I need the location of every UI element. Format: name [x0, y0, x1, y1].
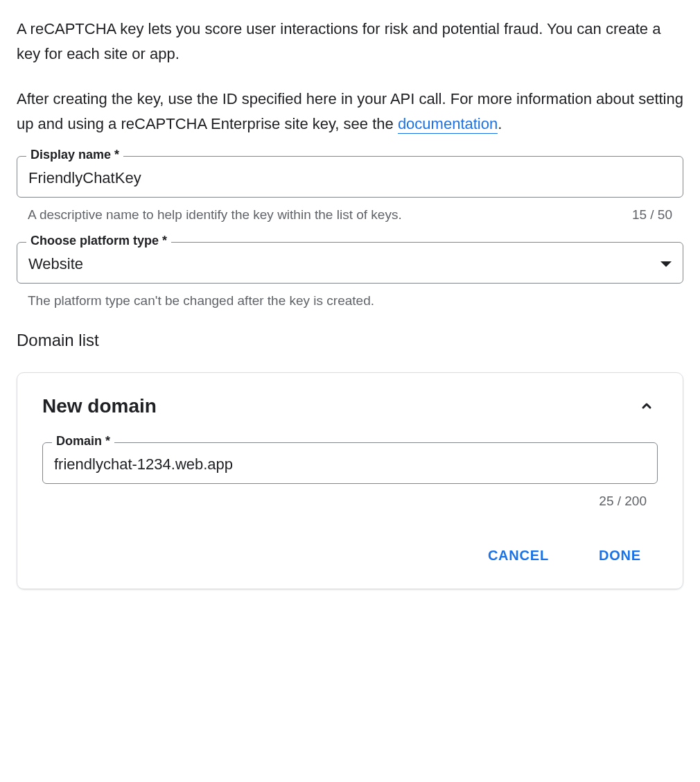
documentation-link[interactable]: documentation — [398, 115, 498, 134]
display-name-helper-row: A descriptive name to help identify the … — [17, 203, 683, 223]
platform-field-wrapper: Choose platform type * Website — [17, 242, 683, 284]
dropdown-arrow-icon — [660, 261, 672, 267]
domain-input[interactable] — [42, 442, 658, 484]
domain-list-heading: Domain list — [17, 331, 683, 350]
display-name-charcount: 15 / 50 — [632, 207, 672, 223]
intro-paragraph-1: A reCAPTCHA key lets you score user inte… — [17, 17, 683, 67]
done-button[interactable]: DONE — [590, 542, 649, 569]
platform-helper-row: The platform type can't be changed after… — [17, 289, 683, 309]
card-title: New domain — [42, 395, 157, 417]
collapse-toggle[interactable] — [636, 395, 658, 417]
card-button-row: CANCEL DONE — [42, 542, 658, 569]
domain-helper-row: 25 / 200 — [42, 489, 658, 509]
card-header: New domain — [42, 395, 658, 417]
display-name-label: Display name * — [26, 148, 123, 162]
cancel-button[interactable]: CANCEL — [480, 542, 557, 569]
intro-paragraph-2: After creating the key, use the ID speci… — [17, 87, 683, 137]
chevron-up-icon — [638, 398, 655, 415]
platform-helper: The platform type can't be changed after… — [28, 293, 374, 309]
platform-label: Choose platform type * — [26, 234, 171, 248]
display-name-field-wrapper: Display name * — [17, 156, 683, 198]
domain-label: Domain * — [52, 434, 114, 449]
platform-value: Website — [28, 255, 83, 273]
display-name-input[interactable] — [17, 156, 683, 198]
platform-select[interactable]: Website — [17, 242, 683, 284]
new-domain-card: New domain Domain * 25 / 200 CANCEL DONE — [17, 372, 683, 589]
intro-text: A reCAPTCHA key lets you score user inte… — [17, 17, 683, 137]
display-name-helper: A descriptive name to help identify the … — [28, 207, 402, 223]
domain-field-wrapper: Domain * — [42, 442, 658, 484]
domain-charcount: 25 / 200 — [599, 494, 647, 509]
